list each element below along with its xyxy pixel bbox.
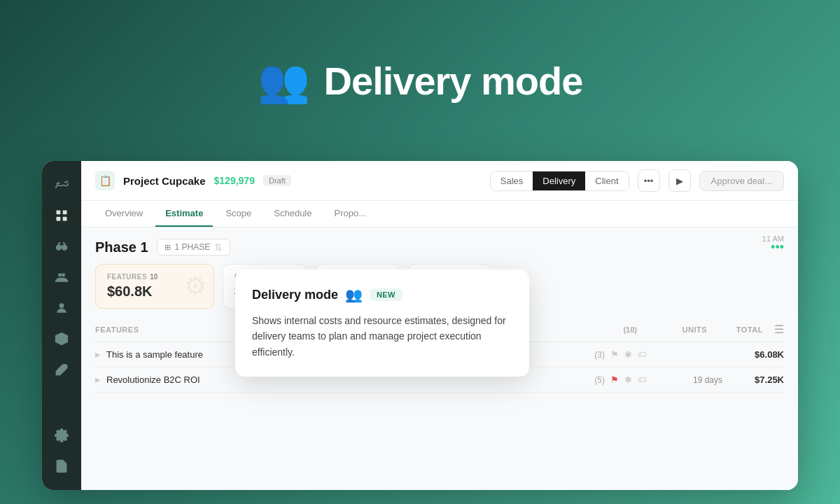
hero-icon: 👥 <box>258 56 310 106</box>
phase-title: Phase 1 <box>95 239 148 255</box>
tab-delivery[interactable]: Delivery <box>533 172 585 190</box>
svg-rect-0 <box>57 211 61 215</box>
tooltip-team-icon: 👥 <box>345 286 363 303</box>
feature-count: (3) <box>594 350 605 360</box>
feature-star-icon[interactable]: ✱ <box>624 349 632 360</box>
phase-sort-icon[interactable]: ⇅ <box>214 241 223 253</box>
time-display: 11 AM <box>762 234 784 243</box>
sidebar-icon-binoculars[interactable] <box>49 234 74 259</box>
sidebar-icon-waves[interactable] <box>49 172 74 197</box>
sidebar-icon-settings[interactable] <box>49 423 74 448</box>
feature-tag-icon[interactable]: 🏷 <box>638 349 647 360</box>
sidebar-icon-grid[interactable] <box>49 203 74 228</box>
features-col-units: UNITS <box>637 326 707 334</box>
features-col-count: (10) <box>623 326 637 334</box>
svg-point-8 <box>59 303 64 308</box>
more-button[interactable]: ••• <box>638 169 660 192</box>
filter-icon[interactable]: ☰ <box>763 323 784 336</box>
svg-rect-2 <box>57 217 61 221</box>
feature-expand-icon[interactable]: ▶ <box>95 376 101 384</box>
svg-point-5 <box>62 245 67 250</box>
features-card-label: FEATURES <box>107 273 147 281</box>
project-icon: 📋 <box>95 171 115 190</box>
features-card-bg-icon: ⚙ <box>184 272 206 301</box>
sidebar <box>42 161 81 490</box>
tab-client[interactable]: Client <box>585 172 628 190</box>
mode-tabs: Sales Delivery Client <box>490 171 629 191</box>
tab-overview[interactable]: Overview <box>95 201 153 227</box>
features-card-count: 10 <box>150 273 158 281</box>
summary-card-features: FEATURES 10 $60.8K ⚙ <box>95 264 214 309</box>
sidebar-icon-team[interactable] <box>49 265 74 290</box>
sidebar-icon-brush[interactable] <box>49 357 74 382</box>
hero-title: Delivery mode <box>324 58 583 104</box>
feature-star-icon[interactable]: ✱ <box>624 374 632 385</box>
sidebar-icon-cube[interactable] <box>49 326 74 351</box>
tab-proposal[interactable]: Propo... <box>324 201 376 227</box>
project-amount: $129,979 <box>214 175 255 186</box>
feature-total: $7.25K <box>728 374 784 385</box>
tooltip-body: Shows internal costs and resource estima… <box>252 313 512 360</box>
tab-schedule[interactable]: Schedule <box>264 201 321 227</box>
svg-point-7 <box>62 273 65 276</box>
app-window: 📋 Project Cupcake $129,979 Draft Sales D… <box>42 161 798 490</box>
draft-badge: Draft <box>263 175 291 186</box>
svg-point-4 <box>57 245 62 250</box>
feature-flag-icon[interactable]: ⚑ <box>610 349 619 360</box>
main-content: 📋 Project Cupcake $129,979 Draft Sales D… <box>81 161 798 490</box>
delivery-mode-tooltip: Delivery mode 👥 NEW Shows internal costs… <box>235 270 529 377</box>
new-badge: NEW <box>370 288 402 301</box>
tooltip-header: Delivery mode 👥 NEW <box>252 286 512 303</box>
content-area: 11 AM Phase 1 ⊞ 1 PHASE ⇅ ••• FEATURES 1… <box>81 227 798 490</box>
top-bar: 📋 Project Cupcake $129,979 Draft Sales D… <box>81 161 798 201</box>
svg-rect-3 <box>63 217 67 221</box>
feature-total: $6.08K <box>728 349 784 360</box>
feature-days: 19 days <box>652 375 722 385</box>
tab-estimate[interactable]: Estimate <box>155 201 213 227</box>
feature-count: (5) <box>594 375 605 385</box>
phase-badge: ⊞ 1 PHASE ⇅ <box>157 239 231 255</box>
sidebar-icon-document[interactable] <box>49 454 74 479</box>
approve-button[interactable]: Approve deal... <box>699 171 784 191</box>
tooltip-title: Delivery mode <box>252 288 338 302</box>
tab-scope[interactable]: Scope <box>216 201 261 227</box>
project-name: Project Cupcake <box>123 175 206 187</box>
svg-point-6 <box>58 273 62 276</box>
sidebar-icon-person[interactable] <box>49 295 74 321</box>
play-button[interactable]: ▶ <box>668 169 691 192</box>
nav-tabs: Overview Estimate Scope Schedule Propo..… <box>81 201 798 227</box>
feature-tag-icon[interactable]: 🏷 <box>638 374 647 385</box>
feature-expand-icon[interactable]: ▶ <box>95 351 101 358</box>
svg-rect-1 <box>63 211 67 215</box>
tab-sales[interactable]: Sales <box>491 172 533 190</box>
features-col-total: TOTAL <box>707 326 763 334</box>
feature-flag-icon-red[interactable]: ⚑ <box>610 374 619 385</box>
phase-badge-label: 1 PHASE <box>175 242 211 252</box>
phase-header: Phase 1 ⊞ 1 PHASE ⇅ ••• <box>81 227 798 264</box>
hero-section: 👥 Delivery mode <box>0 0 840 161</box>
